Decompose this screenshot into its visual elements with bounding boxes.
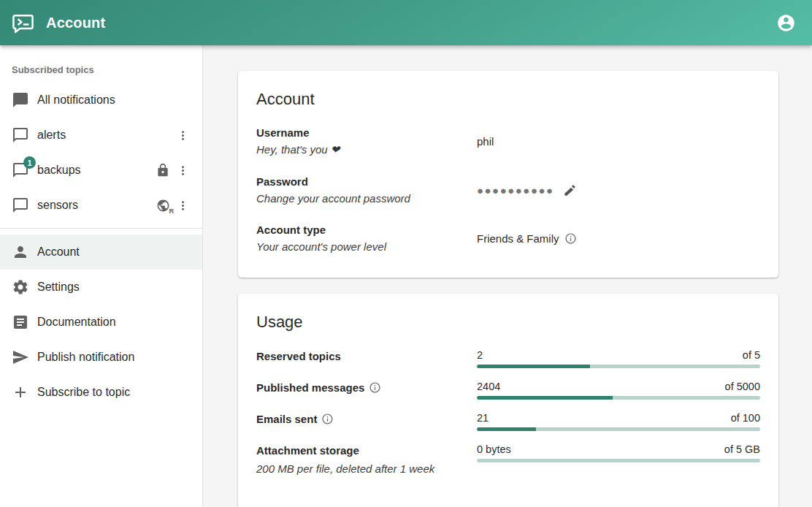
username-value: phil [477, 135, 494, 148]
account-type-label: Account type [256, 224, 477, 236]
chat-bubble-outline-icon: 1 [12, 161, 29, 179]
sidebar-divider [0, 228, 202, 229]
info-icon[interactable] [369, 381, 381, 394]
sidebar-item-label: Settings [37, 281, 80, 294]
sidebar-item-all-notifications[interactable]: All notifications [0, 83, 202, 118]
progress-bar [477, 427, 760, 431]
topic-menu-button[interactable] [172, 159, 194, 181]
more-vert-icon [176, 199, 190, 213]
usage-card: Usage Reserved topics 2 of 5 Published m… [238, 294, 778, 507]
published-messages-limit: of 5000 [725, 381, 760, 392]
sidebar-item-subscribe-to-topic[interactable]: Subscribe to topic [0, 375, 202, 410]
plus-icon [12, 384, 29, 401]
sidebar-item-settings[interactable]: Settings [0, 270, 202, 305]
chat-bubble-outline-icon [12, 126, 29, 144]
account-card: Account Username Hey, that's you ❤ phil … [238, 71, 778, 278]
password-sublabel: Change your account password [256, 192, 477, 205]
account-type-sublabel: Your account's power level [256, 240, 477, 253]
chat-bubble-filled-icon [12, 91, 29, 109]
sidebar-item-publish-notification[interactable]: Publish notification [0, 340, 202, 375]
reserved-topics-label: Reserved topics [256, 350, 477, 362]
edit-password-button[interactable] [562, 182, 578, 199]
account-type-row: Account type Your account's power level … [256, 224, 760, 253]
progress-bar [477, 365, 760, 368]
account-type-value: Friends & Family [477, 232, 559, 245]
username-sublabel: Hey, that's you ❤ [256, 143, 477, 156]
sidebar-item-sensors[interactable]: sensors R [0, 188, 202, 223]
progress-bar [477, 459, 760, 462]
account-avatar-button[interactable] [771, 8, 800, 37]
info-icon[interactable] [321, 413, 334, 425]
published-messages-meter: Published messages 2404 of 5000 [256, 381, 760, 400]
topic-menu-button[interactable] [172, 124, 194, 146]
attachment-storage-meter: Attachment storage 200 MB per file, dele… [256, 443, 760, 475]
unread-count-badge: 1 [23, 156, 36, 169]
reserved-topics-meter: Reserved topics 2 of 5 [256, 349, 760, 368]
topic-menu-button[interactable] [172, 194, 194, 216]
main-content: Account Username Hey, that's you ❤ phil … [203, 45, 812, 507]
attachment-storage-limit: of 5 GB [724, 443, 760, 455]
sidebar: Subscribed topics All notifications aler… [0, 45, 203, 507]
pencil-icon [563, 183, 577, 197]
usage-card-title: Usage [256, 313, 760, 332]
account-card-title: Account [256, 90, 760, 109]
reserved-topics-current: 2 [477, 349, 483, 361]
sidebar-item-label: sensors [37, 199, 78, 212]
info-icon[interactable] [564, 232, 577, 245]
gear-icon [12, 278, 29, 296]
sidebar-item-label: Account [37, 245, 80, 259]
progress-bar [477, 396, 760, 400]
sidebar-item-label: All notifications [37, 94, 115, 107]
chat-bubble-outline-icon [12, 197, 29, 214]
more-vert-icon [176, 129, 190, 142]
subscribed-topics-heading: Subscribed topics [0, 54, 202, 83]
username-row: Username Hey, that's you ❤ phil [256, 126, 760, 156]
reserved-topics-limit: of 5 [743, 349, 760, 361]
sidebar-item-documentation[interactable]: Documentation [0, 305, 202, 340]
attachment-storage-current: 0 bytes [477, 443, 511, 455]
attachment-storage-label: Attachment storage [256, 444, 477, 457]
sidebar-item-alerts[interactable]: alerts [0, 118, 202, 153]
emails-sent-limit: of 100 [731, 412, 760, 424]
sidebar-item-label: Publish notification [37, 351, 134, 364]
password-masked-value: ●●●●●●●●●● [477, 185, 554, 196]
sidebar-item-backups[interactable]: 1 backups [0, 153, 202, 188]
published-messages-current: 2404 [477, 381, 500, 392]
page-title: Account [46, 15, 105, 31]
reserved-globe-icon: R [154, 197, 172, 214]
article-icon [12, 313, 29, 331]
emails-sent-label: Emails sent [256, 413, 317, 425]
password-label: Password [256, 175, 477, 188]
send-icon [12, 348, 29, 366]
sidebar-item-account[interactable]: Account [0, 235, 202, 270]
attachment-storage-sublabel: 200 MB per file, deleted after 1 week [256, 462, 477, 475]
sidebar-item-label: alerts [37, 129, 66, 142]
username-label: Username [256, 126, 477, 139]
globe-subscript-label: R [169, 207, 175, 215]
ntfy-logo-icon [11, 11, 35, 35]
password-row: Password Change your account password ●●… [256, 175, 760, 205]
emails-sent-meter: Emails sent 21 of 100 [256, 412, 760, 431]
emails-sent-current: 21 [477, 412, 489, 424]
sidebar-item-label: Subscribe to topic [37, 386, 130, 399]
app-header: Account [0, 0, 812, 45]
sidebar-item-label: Documentation [37, 316, 116, 329]
published-messages-label: Published messages [256, 381, 364, 394]
account-circle-icon [776, 13, 796, 33]
person-icon [12, 243, 29, 261]
sidebar-item-label: backups [37, 164, 81, 177]
lock-icon [154, 161, 172, 179]
more-vert-icon [176, 164, 190, 178]
